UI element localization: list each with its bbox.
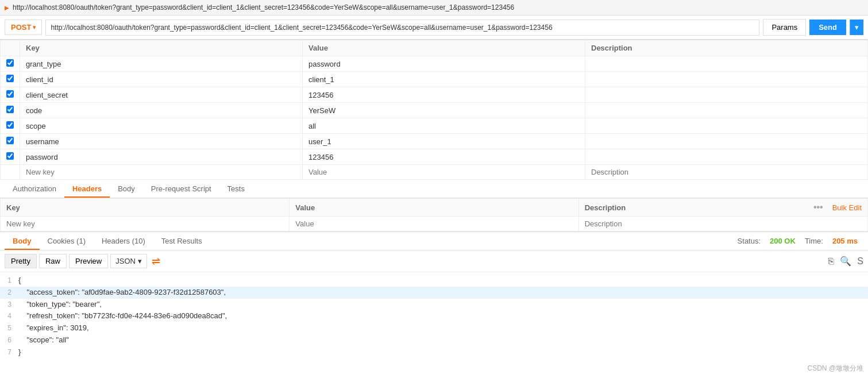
code-line: 1{ <box>0 275 868 287</box>
response-body: 1{2 "access_token": "af0d9fae-9ab2-4809-… <box>0 272 868 361</box>
table-row: username user_1 <box>1 134 868 149</box>
line-content: { <box>18 275 868 287</box>
headers-new-value-input[interactable] <box>295 219 572 228</box>
row-checkbox[interactable] <box>6 121 14 129</box>
time-label: Time: <box>805 237 823 245</box>
row-checkbox[interactable] <box>6 106 14 113</box>
table-row: code YerSeW <box>1 103 868 118</box>
value-cell: user_1 <box>303 134 585 149</box>
table-row: scope all <box>1 118 868 134</box>
code-line: 7} <box>0 346 868 358</box>
response-tab-body[interactable]: Body <box>5 232 40 250</box>
request-tab-pre-request-script[interactable]: Pre-request Script <box>143 180 219 198</box>
response-tab-cookies--1-[interactable]: Cookies (1) <box>40 232 94 250</box>
raw-button[interactable]: Raw <box>39 254 67 268</box>
request-tab-headers[interactable]: Headers <box>64 180 110 198</box>
line-number: 6 <box>0 335 18 346</box>
headers-new-key-input[interactable] <box>6 219 283 228</box>
triangle-icon: ▶ <box>5 5 9 11</box>
line-number: 4 <box>0 311 18 322</box>
line-number: 5 <box>0 323 18 334</box>
headers-new-desc-input[interactable] <box>585 219 862 228</box>
key-cell: client_id <box>20 72 303 87</box>
send-button[interactable]: Send <box>809 20 846 35</box>
desc-header-text: Description <box>585 203 626 212</box>
row-checkbox[interactable] <box>6 152 14 160</box>
params-table: Key Value Description grant_type passwor… <box>0 40 868 180</box>
desc-cell <box>585 56 868 72</box>
params-button[interactable]: Params <box>763 19 806 36</box>
key-cell: password <box>20 149 303 165</box>
status-label: Status: <box>738 237 761 245</box>
response-actions: ⎘ 🔍 S <box>828 256 863 267</box>
status-area: Status: 200 OK Time: 205 ms <box>738 237 863 245</box>
response-tab-headers--10-[interactable]: Headers (10) <box>94 232 153 250</box>
new-key-input[interactable] <box>26 168 296 176</box>
response-toolbar: Pretty Raw Preview JSON ▾ ⇌ ⎘ 🔍 S <box>0 250 868 272</box>
value-cell: password <box>303 56 585 72</box>
line-number: 3 <box>0 299 18 310</box>
desc-cell <box>585 134 868 149</box>
line-content: "scope": "all" <box>18 334 868 346</box>
method-dropdown[interactable]: POST ▾ <box>5 20 42 35</box>
check-header <box>1 40 20 56</box>
table-row: password 123456 <box>1 149 868 165</box>
wrap-icon[interactable]: ⇌ <box>152 255 160 268</box>
headers-new-row <box>1 217 868 232</box>
key-cell: grant_type <box>20 56 303 72</box>
time-value: 205 ms <box>832 237 858 245</box>
headers-table: Key Value Description ••• Bulk Edit <box>0 198 868 232</box>
new-value-input[interactable] <box>308 168 579 176</box>
row-checkbox[interactable] <box>6 137 14 144</box>
pretty-button[interactable]: Pretty <box>5 254 37 268</box>
request-tab-tests[interactable]: Tests <box>219 180 253 198</box>
value-cell: YerSeW <box>303 103 585 118</box>
line-content: "expires_in": 3019, <box>18 322 868 334</box>
desc-cell <box>585 103 868 118</box>
send-arrow-button[interactable]: ▾ <box>850 20 863 35</box>
row-checkbox[interactable] <box>6 59 14 67</box>
key-cell: scope <box>20 118 303 134</box>
table-row: client_secret 123456 <box>1 87 868 103</box>
line-number: 2 <box>0 287 18 298</box>
json-arrow: ▾ <box>138 257 142 265</box>
row-checkbox[interactable] <box>6 90 14 98</box>
headers-value-header: Value <box>290 199 578 217</box>
json-format-select[interactable]: JSON ▾ <box>110 254 147 268</box>
url-bar-text: http://localhost:8080/oauth/token?grant_… <box>13 3 514 11</box>
more-icon[interactable]: S <box>857 256 863 267</box>
row-checkbox[interactable] <box>6 75 14 82</box>
line-content: "access_token": "af0d9fae-9ab2-4809-9237… <box>18 287 868 299</box>
code-line: 5 "expires_in": 3019, <box>0 322 868 334</box>
value-cell: all <box>303 118 585 134</box>
request-tab-authorization[interactable]: Authorization <box>5 180 64 198</box>
code-line: 2 "access_token": "af0d9fae-9ab2-4809-92… <box>0 287 868 299</box>
key-header: Key <box>20 40 303 56</box>
value-cell: client_1 <box>303 72 585 87</box>
preview-button[interactable]: Preview <box>69 254 108 268</box>
value-cell: 123456 <box>303 87 585 103</box>
table-row: client_id client_1 <box>1 72 868 87</box>
three-dots-icon[interactable]: ••• <box>813 202 823 213</box>
copy-icon[interactable]: ⎘ <box>828 256 834 267</box>
response-tab-test-results[interactable]: Test Results <box>153 232 210 250</box>
headers-section: Key Value Description ••• Bulk Edit <box>0 198 868 232</box>
json-label: JSON <box>115 257 136 265</box>
desc-cell <box>585 72 868 87</box>
new-desc-input[interactable] <box>591 168 862 176</box>
line-number: 1 <box>0 275 18 286</box>
status-code: 200 OK <box>770 237 796 245</box>
value-header: Value <box>303 40 585 56</box>
request-tab-body[interactable]: Body <box>110 180 143 198</box>
search-icon[interactable]: 🔍 <box>840 256 851 267</box>
line-content: "refresh_token": "bb7723fc-fd0e-4244-83e… <box>18 310 868 322</box>
line-content: "token_type": "bearer", <box>18 299 868 311</box>
code-line: 3 "token_type": "bearer", <box>0 299 868 311</box>
desc-cell <box>585 118 868 134</box>
url-input[interactable] <box>45 20 759 36</box>
bulk-edit-button[interactable]: Bulk Edit <box>832 203 862 212</box>
key-cell: code <box>20 103 303 118</box>
code-line: 6 "scope": "all" <box>0 334 868 346</box>
line-number: 7 <box>0 347 18 358</box>
response-tabs-row: BodyCookies (1)Headers (10)Test Results … <box>0 232 868 250</box>
